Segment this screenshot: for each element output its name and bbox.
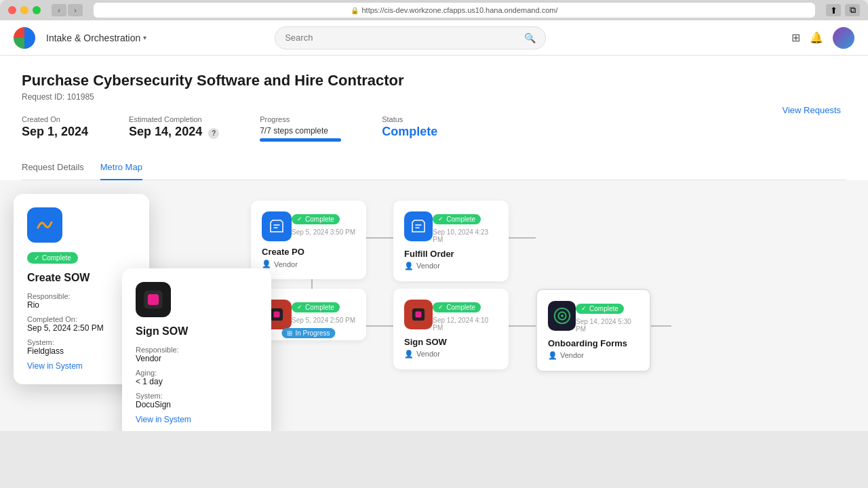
- search-bar[interactable]: 🔍: [275, 26, 546, 49]
- fulfill-order-responsible: 👤 Vendor: [404, 262, 498, 270]
- page-content: View Requests Purchase Cybersecurity Sof…: [0, 56, 868, 180]
- create-po-badge: ✓ Complete: [292, 214, 340, 224]
- svg-rect-7: [273, 311, 279, 317]
- svg-point-12: [560, 314, 563, 317]
- progress-label: Progress: [260, 115, 341, 123]
- create-po-card[interactable]: ✓ Complete Sep 5, 2024 3:50 PM Create PO…: [251, 201, 366, 279]
- status-value: Complete: [382, 125, 437, 139]
- maximize-btn[interactable]: [33, 6, 41, 14]
- sign-sow-small-badge: ✓ Complete: [292, 302, 340, 312]
- progress-bar-wrap: 7/7 steps complete: [260, 126, 341, 142]
- estimated-completion-value: Sep 14, 2024 ?: [129, 125, 219, 139]
- sign-system-label: System:: [136, 392, 258, 400]
- help-icon[interactable]: ?: [208, 128, 219, 139]
- system-label: System:: [27, 338, 136, 346]
- status-field: Status Complete: [382, 115, 437, 142]
- fulfill-order-icon: [404, 211, 433, 241]
- metro-map-area: ✓ Complete Sep 5, 2024 3:50 PM Create PO…: [0, 180, 868, 431]
- meta-row: Created On Sep 1, 2024 Estimated Complet…: [22, 115, 846, 142]
- chevron-down-icon: ▾: [143, 34, 146, 41]
- forward-button[interactable]: ›: [68, 4, 83, 16]
- person-icon: 👤: [404, 262, 414, 270]
- sign-sow-large-icon: [404, 300, 433, 329]
- fulfill-order-title: Fulfill Order: [404, 249, 498, 259]
- create-po-responsible: 👤 Vendor: [262, 260, 355, 268]
- sign-system-field: System: DocuSign: [136, 392, 258, 409]
- sign-responsible-field: Responsible: Vendor: [136, 346, 258, 363]
- responsible-label: Responsible:: [27, 292, 136, 300]
- fulfill-order-badge: ✓ Complete: [433, 214, 481, 224]
- responsible-field: Responsible: Rio: [27, 292, 136, 310]
- sign-sow-large-badge: ✓ Complete: [433, 302, 481, 312]
- popup-create-sow-icon: [27, 207, 62, 243]
- bell-icon[interactable]: 🔔: [810, 31, 823, 44]
- system-field: System: Fieldglass: [27, 338, 136, 356]
- onboarding-title: Onboarding Forms: [548, 338, 639, 348]
- sign-responsible-label: Responsible:: [136, 346, 258, 354]
- minimize-btn[interactable]: [20, 6, 28, 14]
- view-in-system-link-sow[interactable]: View in System: [27, 361, 136, 371]
- search-icon: 🔍: [524, 33, 536, 43]
- progress-bar: [260, 138, 341, 142]
- estimated-completion-label: Estimated Completion: [129, 115, 219, 123]
- estimated-completion-date: Sep 14, 2024: [129, 125, 202, 138]
- sign-system-value: DocuSign: [136, 400, 258, 409]
- created-on-value: Sep 1, 2024: [22, 125, 88, 139]
- view-requests-link[interactable]: View Requests: [783, 105, 841, 115]
- create-po-title: Create PO: [262, 247, 355, 257]
- popup-sign-sow: Sign SOW Responsible: Vendor Aging: < 1 …: [122, 268, 271, 431]
- svg-rect-9: [416, 311, 422, 317]
- progress-field: Progress 7/7 steps complete: [260, 115, 341, 142]
- person-icon: 👤: [262, 260, 271, 268]
- popup-sign-sow-icon: [136, 282, 171, 317]
- onboarding-forms-card[interactable]: ✓ Complete Sep 14, 2024 5:30 PM Onboardi…: [536, 289, 651, 372]
- onboarding-responsible: 👤 Vendor: [548, 351, 639, 360]
- check-icon: ✓: [297, 216, 302, 222]
- create-po-icon: [262, 211, 292, 241]
- created-on-label: Created On: [22, 115, 88, 123]
- header-actions: ⊞ 🔔: [791, 27, 854, 49]
- lock-icon: 🔒: [351, 7, 359, 14]
- app-logo: [14, 27, 35, 49]
- created-on-field: Created On Sep 1, 2024: [22, 115, 88, 142]
- onboarding-badge: ✓ Complete: [576, 304, 624, 314]
- in-progress-badge: ⊞ In Progress: [281, 328, 335, 338]
- completed-field: Completed On: Sep 5, 2024 2:50 PM: [27, 315, 136, 333]
- svg-rect-16: [148, 294, 159, 305]
- tabs-button[interactable]: ⧉: [845, 4, 860, 16]
- back-button[interactable]: ‹: [52, 4, 66, 16]
- share-button[interactable]: ⬆: [826, 4, 841, 16]
- fulfill-order-card[interactable]: ✓ Complete Sep 10, 2024 4:23 PM Fulfill …: [393, 201, 509, 281]
- sign-sow-large-responsible: 👤 Vendor: [404, 350, 498, 359]
- grid-icon[interactable]: ⊞: [791, 31, 800, 44]
- close-btn[interactable]: [8, 6, 16, 14]
- sign-sow-large-card[interactable]: ✓ Complete Sep 12, 2024 4:10 PM Sign SOW…: [393, 289, 509, 369]
- sign-sow-large-title: Sign SOW: [404, 337, 498, 347]
- tab-request-details[interactable]: Request Details: [22, 155, 84, 180]
- system-value: Fieldglass: [27, 346, 136, 356]
- view-in-system-link-sign-sow[interactable]: View in System: [136, 415, 258, 424]
- address-bar[interactable]: 🔒 https://cis-dev.workzone.cfapps.us10.h…: [94, 3, 815, 18]
- aging-field: Aging: < 1 day: [136, 369, 258, 386]
- completed-value: Sep 5, 2024 2:50 PM: [27, 323, 136, 333]
- responsible-value: Rio: [27, 300, 136, 310]
- tab-metro-map[interactable]: Metro Map: [100, 155, 142, 180]
- page-title: Purchase Cybersecurity Software and Hire…: [22, 72, 846, 89]
- tabs: Request Details Metro Map: [22, 155, 846, 180]
- url-text: https://cis-dev.workzone.cfapps.us10.han…: [361, 6, 557, 14]
- search-input[interactable]: [285, 33, 519, 43]
- aging-label: Aging:: [136, 369, 258, 377]
- progress-text: 7/7 steps complete: [260, 126, 341, 136]
- status-label: Status: [382, 115, 437, 123]
- mac-titlebar: ‹ › 🔒 https://cis-dev.workzone.cfapps.us…: [0, 0, 868, 20]
- user-avatar[interactable]: [833, 27, 854, 49]
- app-title[interactable]: Intake & Orchestration ▾: [46, 33, 146, 43]
- aging-value: < 1 day: [136, 377, 258, 386]
- request-id: Request ID: 101985: [22, 92, 846, 102]
- onboarding-icon: [548, 301, 576, 331]
- completed-label: Completed On:: [27, 315, 136, 323]
- progress-fill: [260, 138, 341, 142]
- check-icon: ✓: [438, 216, 443, 222]
- nav-buttons: ‹ ›: [52, 4, 83, 16]
- popup-sign-sow-title: Sign SOW: [136, 325, 258, 338]
